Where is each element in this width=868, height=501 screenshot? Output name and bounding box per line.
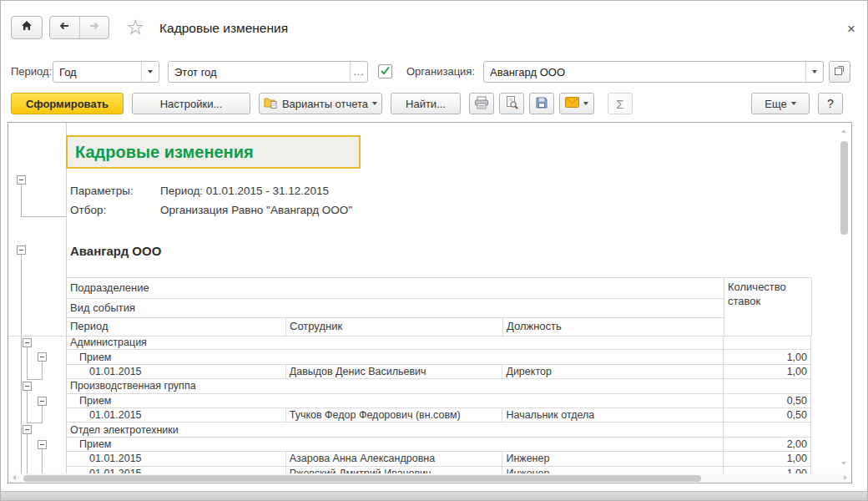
cell-employee[interactable]: Азарова Анна Александровна bbox=[285, 452, 502, 465]
tree-line bbox=[27, 391, 28, 423]
report-folder-icon bbox=[264, 96, 278, 111]
collapse-button[interactable] bbox=[23, 338, 32, 347]
chevron-down-icon[interactable] bbox=[805, 62, 823, 82]
scroll-left-icon[interactable] bbox=[13, 475, 16, 480]
cell-group-label[interactable]: Прием bbox=[66, 350, 723, 363]
horizontal-scrollbar[interactable] bbox=[8, 473, 851, 483]
params-label[interactable]: Параметры: bbox=[70, 183, 134, 200]
cell-period[interactable]: 01.01.2015 bbox=[66, 452, 285, 465]
forward-button[interactable] bbox=[79, 17, 109, 38]
column-header-employee[interactable]: Сотрудник bbox=[290, 317, 342, 336]
cell-value[interactable]: 1,00 bbox=[723, 452, 810, 465]
column-header-rate-count[interactable]: Количество ставок bbox=[728, 280, 807, 308]
cell-period[interactable]: 01.01.2015 bbox=[66, 408, 285, 422]
preview-button[interactable] bbox=[499, 93, 524, 114]
arrow-right-icon bbox=[88, 19, 101, 36]
settings-button[interactable]: Настройки... bbox=[132, 93, 250, 114]
vertical-scroll-thumb[interactable] bbox=[840, 141, 848, 235]
collapse-button[interactable] bbox=[23, 425, 32, 434]
more-button[interactable]: Еще bbox=[751, 93, 810, 114]
collapse-button[interactable] bbox=[17, 175, 26, 185]
cell-group-label[interactable]: Производственная группа bbox=[66, 379, 723, 392]
open-window-icon bbox=[834, 64, 845, 79]
tree-line bbox=[42, 406, 43, 423]
help-label: ? bbox=[827, 97, 834, 110]
home-button[interactable] bbox=[11, 16, 43, 39]
collapse-button[interactable] bbox=[38, 352, 47, 362]
cell-value[interactable]: 0,50 bbox=[723, 394, 810, 407]
table-row: Отдел электротехники bbox=[66, 423, 811, 437]
cell-position[interactable]: Инженер bbox=[502, 452, 723, 465]
selection-value[interactable]: Организация Равно "Авангард ООО" bbox=[160, 202, 352, 219]
open-organization-button[interactable] bbox=[829, 61, 850, 83]
column-header-event-type[interactable]: Вид события bbox=[70, 298, 135, 317]
cell-group-label[interactable]: Прием bbox=[66, 438, 723, 451]
organization-checkbox[interactable] bbox=[378, 64, 392, 78]
cell-value[interactable]: 1,00 bbox=[723, 350, 810, 363]
collapse-button[interactable] bbox=[23, 382, 32, 391]
tree-line bbox=[27, 423, 43, 423]
cell-value[interactable] bbox=[723, 423, 810, 436]
scroll-right-icon[interactable] bbox=[844, 475, 847, 480]
nav-buttons bbox=[49, 16, 109, 39]
send-mail-button[interactable] bbox=[559, 93, 594, 114]
favorite-star-icon[interactable]: ☆ bbox=[126, 16, 144, 38]
back-button[interactable] bbox=[50, 17, 79, 38]
column-header-position[interactable]: Должность bbox=[507, 317, 562, 336]
tree-line bbox=[27, 379, 43, 380]
table-row: 01.01.2015Давыдов Денис ВасильевичДирект… bbox=[66, 365, 811, 379]
organization-combobox[interactable]: Авангард ООО bbox=[483, 61, 824, 83]
sum-button[interactable]: Σ bbox=[608, 93, 633, 114]
period-label: Период: bbox=[11, 61, 52, 83]
horizontal-scroll-thumb[interactable] bbox=[23, 475, 701, 482]
cell-value[interactable] bbox=[723, 379, 810, 392]
cell-group-label[interactable]: Прием bbox=[66, 394, 723, 407]
selection-label[interactable]: Отбор: bbox=[70, 202, 106, 219]
tree-line bbox=[27, 434, 28, 474]
cell-value[interactable]: 0,50 bbox=[723, 408, 810, 422]
column-header-period[interactable]: Период bbox=[70, 317, 108, 336]
organization-value: Авангард ООО bbox=[484, 66, 805, 78]
cell-employee[interactable]: Тучков Федор Федорович (вн.совм) bbox=[285, 408, 502, 422]
print-button[interactable] bbox=[469, 93, 494, 114]
cell-value[interactable]: 1,00 bbox=[723, 365, 810, 378]
generate-button[interactable]: Сформировать bbox=[11, 93, 124, 114]
report-variants-button[interactable]: Варианты отчета bbox=[259, 93, 382, 114]
close-icon[interactable]: × bbox=[847, 23, 855, 36]
cell-period[interactable]: 01.01.2015 bbox=[66, 365, 285, 378]
find-button[interactable]: Найти... bbox=[391, 93, 461, 114]
cell-group-label[interactable]: Отдел электротехники bbox=[66, 423, 723, 436]
table-row: Прием1,00 bbox=[66, 350, 811, 364]
column-header-department[interactable]: Подразделение bbox=[70, 277, 149, 298]
collapse-button[interactable] bbox=[38, 397, 47, 406]
period-type-value: Год bbox=[53, 66, 141, 78]
vertical-scrollbar[interactable] bbox=[839, 124, 850, 472]
scroll-down-icon[interactable] bbox=[841, 462, 846, 465]
organization-label: Организация: bbox=[406, 61, 475, 83]
cell-position[interactable]: Директор bbox=[502, 365, 723, 378]
preview-icon bbox=[505, 96, 518, 112]
cell-value[interactable] bbox=[723, 336, 810, 349]
cell-value[interactable]: 2,00 bbox=[723, 438, 810, 451]
table-row: Администрация bbox=[66, 336, 811, 350]
params-value[interactable]: Период: 01.01.2015 - 31.12.2015 bbox=[160, 183, 329, 200]
report-title-cell[interactable]: Кадровые изменения bbox=[66, 135, 361, 169]
scroll-up-icon[interactable] bbox=[841, 129, 846, 133]
help-button[interactable]: ? bbox=[818, 93, 843, 114]
period-value-field[interactable]: Этот год ... bbox=[168, 61, 368, 83]
organization-header[interactable]: Авангард ООО bbox=[70, 244, 161, 258]
chevron-down-icon[interactable] bbox=[141, 62, 159, 82]
ellipsis-button[interactable]: ... bbox=[350, 62, 367, 82]
period-type-combobox[interactable]: Год bbox=[53, 61, 159, 83]
save-button[interactable] bbox=[529, 93, 554, 114]
collapse-button[interactable] bbox=[17, 245, 26, 255]
generate-label: Сформировать bbox=[26, 98, 108, 110]
table-row: Прием2,00 bbox=[66, 438, 811, 452]
collapse-button[interactable] bbox=[38, 440, 47, 449]
tree-line bbox=[42, 362, 43, 379]
find-label: Найти... bbox=[406, 98, 446, 110]
cell-group-label[interactable]: Администрация bbox=[66, 336, 723, 349]
cell-position[interactable]: Начальник отдела bbox=[502, 408, 723, 422]
cell-employee[interactable]: Давыдов Денис Васильевич bbox=[285, 365, 502, 378]
chevron-down-icon bbox=[372, 102, 377, 105]
